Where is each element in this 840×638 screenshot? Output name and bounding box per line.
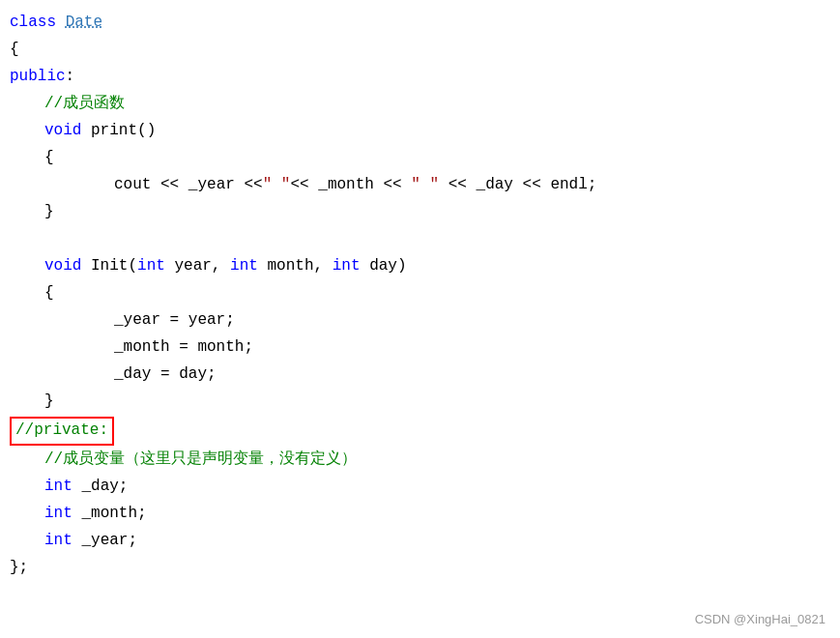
code-line-20: int _year; [0,528,840,555]
op-4: << [384,173,402,198]
op-6: << [523,173,541,198]
keyword-class: class [10,11,56,36]
code-line-17: //成员变量（这里只是声明变量，没有定义） [0,447,840,474]
code-line-21: }; [0,555,840,582]
param-day: day) [369,254,406,279]
var-year-1: _year [188,173,235,198]
class-name-date: Date [66,11,102,36]
var-day-1: _day [477,173,513,198]
highlighted-private-comment: //private: [10,417,114,446]
op-2: << [244,173,262,198]
decl-day: _day; [81,475,128,500]
cout-keyword: cout [114,173,151,198]
keyword-int-month-decl: int [44,502,72,527]
code-line-9 [0,226,840,253]
comment-private: //private: [15,421,108,439]
open-brace-2: { [44,146,54,171]
code-line-6: { [0,145,840,172]
code-line-18: int _day; [0,474,840,501]
code-line-2: { [0,37,840,64]
op-1: << [160,173,179,198]
comment-member-func: //成员函数 [44,92,125,117]
comment-member-var: //成员变量（这里只是声明变量，没有定义） [44,448,357,473]
watermark: CSDN @XingHai_0821 [695,610,826,630]
keyword-int-year: int [137,254,165,279]
op-3: << [290,173,308,198]
keyword-void-2: void [44,254,81,279]
keyword-int-day: int [333,254,361,279]
code-line-1: class Date [0,10,840,37]
keyword-int-day-decl: int [44,475,72,500]
code-line-16: //private: [0,416,840,447]
param-month: month, [268,254,324,279]
close-brace-2: } [44,200,54,225]
code-line-11: { [0,280,840,307]
close-brace-main: } [10,556,19,581]
code-line-5: void print() [0,118,840,145]
code-line-15: } [0,389,840,416]
open-brace-1: { [10,38,19,63]
code-line-4: //成员函数 [0,91,840,118]
op-5: << [449,173,467,198]
keyword-int-year-decl: int [44,529,72,554]
assign-day: _day = day; [114,362,217,388]
keyword-int-month: int [230,254,258,279]
assign-month: _month = month; [114,335,253,361]
func-print: print() [91,119,156,144]
code-line-19: int _month; [0,501,840,528]
code-line-13: _month = month; [0,334,840,362]
code-container: class Date { public: //成员函数 void print()… [0,0,840,638]
code-line-10: void Init(int year, int month, int day) [0,253,840,280]
code-line-8: } [0,199,840,226]
code-line-12: _year = year; [0,307,840,334]
code-line-7: cout << _year <<" "<< _month << " " << _… [0,172,840,199]
func-init: Init( [91,254,137,279]
string-space-2: " " [411,173,439,198]
var-month-1: _month [318,173,374,198]
keyword-void-1: void [44,119,81,144]
assign-year: _year = year; [114,308,235,334]
close-brace-3: } [44,390,54,415]
param-year: year, [174,254,220,279]
string-space-1: " " [263,173,291,198]
open-brace-3: { [44,281,54,306]
colon-1: : [66,65,75,90]
keyword-public: public [10,65,66,90]
code-line-14: _day = day; [0,362,840,389]
semicolon-final: ; [19,556,29,581]
endl-1: endl; [550,173,596,198]
decl-month: _month; [81,502,146,527]
code-line-3: public: [0,64,840,91]
decl-year: _year; [81,529,137,554]
